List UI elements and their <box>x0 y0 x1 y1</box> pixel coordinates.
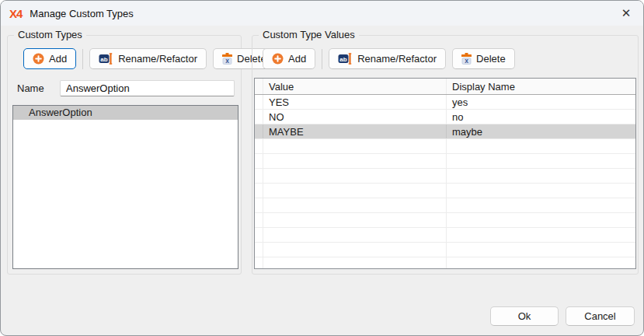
table-row-empty <box>255 169 635 184</box>
table-row-empty <box>255 184 635 198</box>
add-type-button[interactable]: Add <box>23 48 76 69</box>
row-selector[interactable] <box>255 124 263 138</box>
add-value-button[interactable]: Add <box>263 48 315 69</box>
column-header-display-name[interactable]: Display Name <box>447 79 635 94</box>
delete-icon: x <box>461 53 472 65</box>
delete-value-label: Delete <box>476 53 506 65</box>
cell-value[interactable]: YES <box>263 95 447 109</box>
row-header-column <box>255 79 263 94</box>
custom-types-toolbar: Add ab Rename/Refactor x <box>23 48 276 69</box>
row-selector[interactable] <box>255 95 263 109</box>
custom-type-values-group: Custom Type Values Add ab Rename/Refac <box>252 35 639 275</box>
svg-text:x: x <box>225 57 229 65</box>
delete-value-button[interactable]: x Delete <box>452 48 515 69</box>
custom-types-group: Custom Types Add ab Rename/Refactor <box>7 35 242 275</box>
titlebar: X4 Manage Custom Types ✕ <box>1 1 643 26</box>
custom-type-values-toolbar: Add ab Rename/Refactor x <box>263 48 515 69</box>
values-table: Value Display Name YES yes NO no MAYBE m… <box>254 78 636 269</box>
table-row-empty <box>255 243 635 257</box>
rename-icon: ab <box>99 53 113 65</box>
name-label: Name <box>17 82 44 94</box>
cell-display-name[interactable]: yes <box>447 95 635 109</box>
table-row[interactable]: MAYBE maybe <box>255 124 635 139</box>
svg-text:ab: ab <box>339 56 346 63</box>
cell-value[interactable]: MAYBE <box>263 124 447 138</box>
delete-icon: x <box>222 53 232 65</box>
column-header-value[interactable]: Value <box>263 79 447 94</box>
type-name-input[interactable] <box>60 80 235 96</box>
custom-type-values-group-title: Custom Type Values <box>259 29 359 40</box>
table-row-empty <box>255 139 635 154</box>
rename-type-label: Rename/Refactor <box>118 53 197 65</box>
table-row-empty <box>255 257 635 269</box>
table-row-empty <box>255 154 635 169</box>
svg-text:x: x <box>465 57 468 65</box>
toolbar-separator <box>82 49 83 69</box>
rename-type-button[interactable]: ab Rename/Refactor <box>89 48 207 69</box>
close-button[interactable]: ✕ <box>609 1 643 26</box>
name-row: Name <box>17 80 233 96</box>
toolbar-separator <box>322 49 322 69</box>
add-icon <box>33 53 44 65</box>
table-row-empty <box>255 198 635 213</box>
rename-value-button[interactable]: ab Rename/Refactor <box>329 48 446 69</box>
rename-value-label: Rename/Refactor <box>357 53 437 65</box>
add-icon <box>272 53 284 65</box>
table-row-empty <box>255 228 635 243</box>
table-row[interactable]: YES yes <box>255 95 635 110</box>
app-logo-icon: X4 <box>9 7 22 20</box>
rename-icon: ab <box>338 53 353 65</box>
types-list[interactable]: AnswerOption <box>12 105 238 269</box>
table-row-empty <box>255 213 635 228</box>
custom-types-group-title: Custom Types <box>14 29 86 40</box>
cancel-button[interactable]: Cancel <box>566 306 635 326</box>
add-value-label: Add <box>288 53 306 65</box>
row-selector[interactable] <box>255 110 263 124</box>
window-title: Manage Custom Types <box>30 8 133 19</box>
ok-button[interactable]: Ok <box>490 306 559 326</box>
cell-display-name[interactable]: maybe <box>447 124 635 138</box>
types-list-item[interactable]: AnswerOption <box>13 106 238 120</box>
add-type-label: Add <box>49 53 67 65</box>
table-row[interactable]: NO no <box>255 110 635 124</box>
cell-display-name[interactable]: no <box>447 110 635 124</box>
values-table-header: Value Display Name <box>255 79 635 95</box>
cell-value[interactable]: NO <box>263 110 447 124</box>
manage-custom-types-dialog: X4 Manage Custom Types ✕ Custom Types Ad… <box>0 0 644 336</box>
svg-text:ab: ab <box>100 56 107 63</box>
